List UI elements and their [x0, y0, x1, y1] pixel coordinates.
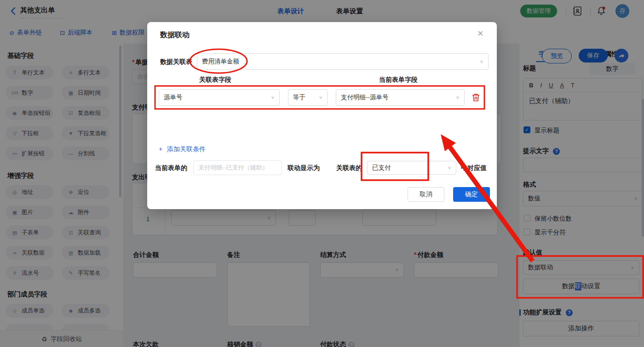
chevron-down-icon: ∨	[480, 59, 483, 64]
plus-icon: +	[159, 145, 162, 153]
col-header-relation-field: 关联表字段	[199, 76, 231, 84]
delete-condition-icon[interactable]	[472, 93, 480, 103]
chevron-down-icon: ∨	[271, 95, 275, 100]
chevron-down-icon: ∨	[448, 165, 451, 170]
data-linkage-modal: 数据联动 × 数据关联表 费用清单金额 ∨ 关联表字段 当前表单字段 源单号 ∨…	[147, 22, 497, 209]
add-condition-link[interactable]: + 添加关联条件	[159, 145, 206, 154]
relation-table-select[interactable]: 费用清单金额 ∨	[197, 53, 489, 70]
related-field-select[interactable]: 已支付 ∨	[367, 161, 456, 175]
current-form-label: 当前表单的	[155, 164, 187, 172]
condition-field-select[interactable]: 源单号 ∨	[159, 89, 280, 106]
related-table-label: 关联表的	[336, 164, 362, 172]
condition-operator-select[interactable]: 等于 ∨	[288, 89, 328, 106]
close-icon[interactable]: ×	[477, 28, 483, 40]
condition-target-select[interactable]: 支付明细--源单号 ∨	[336, 89, 465, 106]
cancel-button[interactable]: 取消	[408, 187, 444, 202]
relation-table-label: 数据关联表	[160, 58, 192, 66]
current-form-field-input: 支付明细--已支付（辅助）	[193, 160, 282, 175]
col-header-current-field: 当前表单字段	[379, 76, 418, 84]
chevron-down-icon: ∨	[456, 95, 460, 100]
app-window: 其他支出单 表单设计 表单设置 数据管理 存 ⊘ 表单外链 ⊡	[0, 0, 644, 347]
display-as-label: 联动显示为	[288, 164, 320, 172]
confirm-button[interactable]: 确定	[453, 187, 490, 202]
chevron-down-icon: ∨	[319, 95, 322, 100]
modal-title: 数据联动	[160, 30, 190, 40]
suffix-label: 中对应值	[461, 164, 487, 172]
